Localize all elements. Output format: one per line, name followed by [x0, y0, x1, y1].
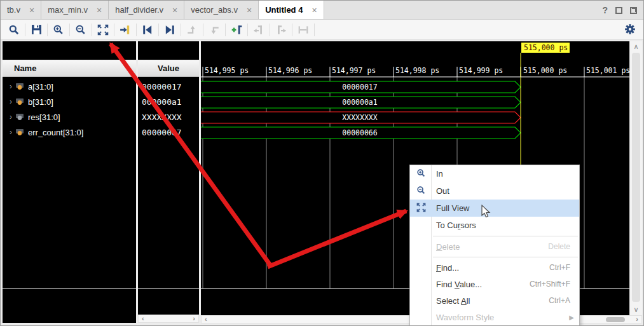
scroll-right-icon[interactable]: › [189, 315, 198, 322]
menu-item-find[interactable]: Find... Ctrl+F [410, 259, 579, 276]
toolbar-separator [225, 24, 226, 36]
gear-icon [624, 24, 636, 35]
toolbar-separator [181, 24, 181, 36]
expand-chevron-icon[interactable]: › [6, 128, 15, 137]
next-transition-icon [164, 24, 175, 36]
bus-b-waveform[interactable]: 000000a1 [201, 97, 521, 108]
signal-row-b[interactable]: › b[31:0] [3, 94, 136, 109]
zoom-in-icon [53, 24, 64, 36]
name-panel-top-strip [3, 41, 136, 60]
scroll-up-icon[interactable]: ∧ [630, 43, 642, 51]
maximize-icon[interactable] [615, 7, 622, 14]
axis-tick-label: 514,997 ps [332, 66, 376, 75]
go-to-time-icon [120, 24, 131, 36]
menu-item-delete: Delete Delete [410, 238, 579, 255]
go-to-time-button[interactable] [117, 22, 134, 38]
bus-value-label: 00000017 [342, 83, 377, 92]
value-column-header[interactable]: Value [138, 60, 199, 77]
swap-cursors-button[interactable] [295, 22, 312, 38]
full-view-icon [97, 24, 109, 36]
settings-button[interactable] [624, 24, 636, 37]
move-down-button[interactable] [206, 22, 223, 38]
menu-item-find-value[interactable]: Find Value... Ctrl+Shift+F [410, 276, 579, 292]
tab-tb.v[interactable]: tb.v × [1, 1, 41, 19]
zoom-in-button[interactable] [50, 22, 67, 38]
full-view-button[interactable] [95, 22, 111, 38]
scroll-left-icon[interactable]: ‹ [139, 315, 147, 322]
float-icon[interactable] [630, 7, 637, 14]
menu-separator [410, 234, 579, 238]
close-icon[interactable]: × [29, 6, 34, 15]
next-transition-button[interactable] [161, 22, 178, 38]
toolbar-separator [158, 24, 159, 36]
bus-signal-icon [15, 113, 24, 121]
swap-cursors-icon [298, 24, 309, 36]
time-cursor-label[interactable]: 515,000 ps [521, 43, 570, 53]
expand-chevron-icon[interactable]: › [6, 82, 15, 91]
bus-signal-icon [15, 128, 24, 136]
axis-tick-label: 514,998 ps [395, 66, 439, 75]
bus-err_count-waveform[interactable]: 00000066 [201, 127, 521, 139]
signal-name: res[31:0] [28, 112, 60, 122]
find-button[interactable] [6, 22, 22, 38]
toolbar-separator [136, 24, 137, 36]
tab-max_min.v[interactable]: max_min.v × [41, 1, 109, 19]
axis-tick-label: 515,001 ps [586, 66, 629, 75]
menu-separator [410, 255, 579, 259]
bus-res-waveform[interactable]: XXXXXXXX [201, 112, 521, 123]
bus-a-waveform[interactable]: 00000017 [201, 81, 521, 93]
help-icon[interactable]: ? [602, 5, 608, 15]
name-column-header[interactable]: Name [3, 60, 136, 77]
menu-item-full-view[interactable]: Full View [410, 200, 579, 217]
scroll-left-icon[interactable]: ‹ [202, 316, 210, 323]
add-marker-button[interactable] [228, 22, 245, 38]
zoom-out-icon [414, 186, 427, 197]
menu-item-to-cursors[interactable]: To Cursors [410, 217, 579, 234]
submenu-arrow-icon: ▶ [569, 314, 574, 321]
close-icon[interactable]: × [172, 6, 177, 15]
tab-label: max_min.v [48, 5, 88, 15]
toolbar-separator [114, 24, 114, 36]
menu-shortcut: Ctrl+Shift+F [530, 280, 570, 289]
signal-row-res[interactable]: › res[31:0] [3, 109, 136, 125]
menu-item-select-all[interactable]: Select All Ctrl+A [410, 292, 579, 309]
signal-name-list: › a[31:0] › b[31:0] › [3, 77, 136, 322]
signal-value: XXXXXXXX [142, 109, 182, 125]
toolbar-separator [92, 24, 92, 36]
tab-vector_abs.v[interactable]: vector_abs.v × [184, 1, 259, 19]
close-icon[interactable]: × [97, 6, 102, 15]
value-horizontal-scrollbar[interactable]: ‹ › [138, 315, 199, 323]
signal-row-a[interactable]: › a[31:0] [3, 79, 136, 94]
menu-item-zoom-in[interactable]: In [410, 165, 579, 182]
close-icon[interactable]: × [312, 6, 317, 15]
save-waveform-button[interactable] [28, 22, 45, 38]
expand-chevron-icon[interactable]: › [6, 97, 15, 106]
tab-half_divider.v[interactable]: half_divider.v × [109, 1, 184, 19]
move-up-button[interactable] [184, 22, 200, 38]
axis-tick-label: 514,996 ps [268, 66, 312, 75]
bus-value-label: 000000a1 [342, 98, 377, 107]
next-marker-button[interactable] [273, 22, 289, 38]
full-view-icon [414, 203, 427, 214]
signal-row-err_count[interactable]: › err_count[31:0] [3, 125, 136, 140]
scrollbar-thumb[interactable] [606, 317, 625, 322]
menu-item-waveform-style: Waveform Style ▶ [410, 309, 579, 325]
zoom-out-button[interactable] [72, 22, 89, 38]
axis-tick-label: 514,995 ps [205, 66, 249, 75]
scroll-down-icon[interactable]: ∨ [630, 306, 642, 314]
name-header-label: Name [14, 64, 36, 73]
value-header-label: Value [158, 64, 179, 73]
scroll-right-icon[interactable]: › [633, 316, 641, 323]
previous-marker-button[interactable] [250, 22, 267, 38]
close-icon[interactable]: × [247, 6, 252, 15]
previous-marker-icon [253, 24, 264, 36]
tab-untitled-4[interactable]: Untitled 4 × [259, 1, 324, 19]
bus-signal-icon [15, 83, 24, 90]
scrollbar-thumb[interactable] [632, 53, 640, 302]
previous-transition-button[interactable] [139, 22, 156, 38]
signal-value: 000000a1 [142, 94, 182, 109]
menu-item-zoom-out[interactable]: Out [410, 182, 579, 200]
expand-chevron-icon[interactable]: › [6, 112, 15, 121]
wave-vertical-scrollbar[interactable]: ∧ ∨ [629, 41, 642, 315]
tab-bar: tb.v × max_min.v × half_divider.v × vect… [1, 1, 643, 20]
